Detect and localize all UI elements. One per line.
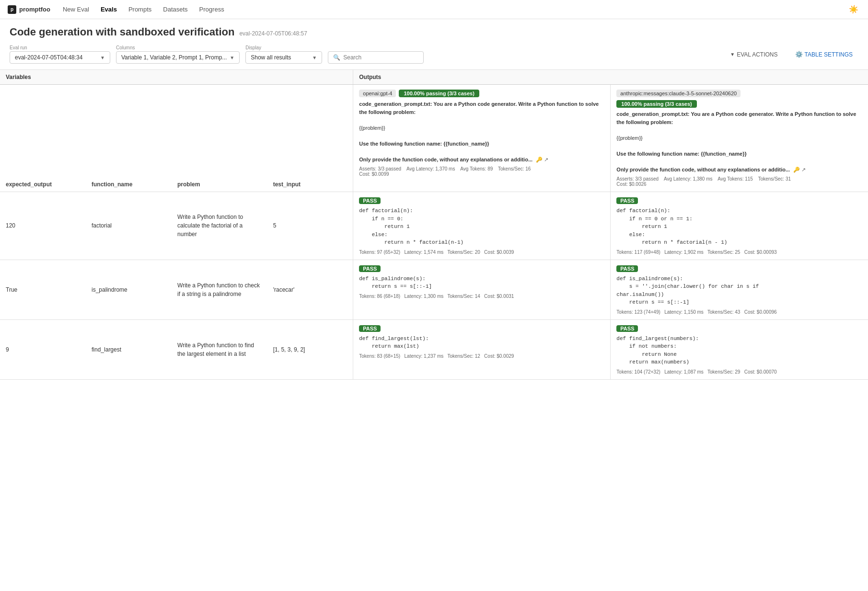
eval-run-chevron-icon: ▼	[100, 55, 105, 60]
row1-output1: PASS def factorial(n): if n == 0: return…	[353, 192, 611, 260]
row3-output2: PASS def find_largest(numbers): if not n…	[611, 319, 868, 379]
main-content: Variables Outputs expected_output functi…	[0, 70, 868, 380]
display-select[interactable]: Show all results ▼	[245, 51, 322, 64]
wrench-icon: 🔑	[536, 157, 543, 162]
prompt1-meta: Asserts: 3/3 passed Avg Latency: 1,370 m…	[359, 166, 604, 177]
prompt-headers-row: expected_output function_name problem te…	[0, 85, 868, 192]
prompt1-main-text: code_generation_prompt.txt: You are a Py…	[359, 101, 599, 115]
row3-code1: def find_largest(lst): return max(lst)	[359, 335, 604, 351]
row2-output2: PASS def is_palindrome(s): s = ''.join(c…	[611, 260, 868, 319]
table-settings-button[interactable]: ⚙️ TABLE SETTINGS	[789, 48, 858, 61]
row3-output1: PASS def find_largest(lst): return max(l…	[353, 319, 611, 379]
row1-pass1-badge: PASS	[359, 197, 381, 204]
page-subtitle: eval-2024-07-05T06:48:57	[239, 30, 307, 37]
row1-expected-output: 120	[0, 192, 86, 260]
theme-toggle-button[interactable]: ☀️	[847, 3, 860, 16]
prompt2-line3: Only provide the function code, without …	[616, 167, 790, 172]
toolbar: Eval run eval-2024-07-05T04:48:34 ▼ Colu…	[0, 45, 868, 70]
row1-test-input: 5	[267, 192, 353, 260]
columns-group: Columns Variable 1, Variable 2, Prompt 1…	[116, 45, 240, 64]
prompt2-line2: Use the following function name: {{funct…	[616, 151, 746, 157]
row3-function-name: find_largest	[86, 319, 172, 379]
table-settings-label: TABLE SETTINGS	[805, 51, 853, 58]
nav-item-evals[interactable]: Evals	[96, 4, 122, 15]
row2-output1: PASS def is_palindrome(s): return s == s…	[353, 260, 611, 319]
section-headers-row: Variables Outputs	[0, 70, 868, 85]
row2-problem: Write a Python function to check if a st…	[172, 260, 267, 319]
chevron-down-icon: ▼	[730, 52, 735, 57]
logo-text: promptfoo	[19, 6, 50, 13]
row2-pass2-badge: PASS	[616, 265, 638, 272]
row1-pass2-badge: PASS	[616, 197, 638, 204]
display-label: Display	[245, 45, 322, 50]
prompt1-pass-badge: 100.00% passing (3/3 cases)	[399, 90, 479, 97]
table-row: True is_palindrome Write a Python functi…	[0, 260, 868, 319]
row3-pass2-badge: PASS	[616, 325, 638, 332]
eval-run-value: eval-2024-07-05T04:48:34	[15, 54, 97, 61]
eval-run-group: Eval run eval-2024-07-05T04:48:34 ▼	[10, 45, 110, 64]
table-row: 9 find_largest Write a Python function t…	[0, 319, 868, 379]
row2-function-name: is_palindrome	[86, 260, 172, 319]
nav-logo: p promptfoo	[8, 5, 50, 14]
search-icon: 🔍	[333, 54, 340, 61]
row3-meta2: Tokens: 104 (72+32) Latency: 1,087 ms To…	[616, 369, 862, 375]
row2-meta1: Tokens: 86 (68+18) Latency: 1,300 ms Tok…	[359, 294, 604, 299]
row2-test-input: 'racecar'	[267, 260, 353, 319]
row1-code2: def factorial(n): if n == 0 or n == 1: r…	[616, 207, 862, 247]
row1-function-name: factorial	[86, 192, 172, 260]
page-header: Code generation with sandboxed verificat…	[0, 19, 868, 38]
gear-icon: ⚙️	[795, 51, 803, 58]
external-link-icon[interactable]: ↗	[544, 157, 548, 162]
prompt1-line2: Use the following function name: {{funct…	[359, 141, 489, 147]
row3-problem: Write a Python function to find the larg…	[172, 319, 267, 379]
eval-run-label: Eval run	[10, 45, 110, 50]
prompt2-main-text: code_generation_prompt.txt: You are a Py…	[616, 111, 856, 125]
nav-item-new-eval[interactable]: New Eval	[58, 4, 94, 15]
row2-pass1-badge: PASS	[359, 265, 381, 272]
row3-code2: def find_largest(numbers): if not number…	[616, 335, 862, 366]
search-group: Search 🔍	[328, 45, 424, 64]
prompt2-pass-badge: 100.00% passing (3/3 cases)	[616, 100, 696, 108]
outputs-section-header: Outputs	[353, 70, 868, 85]
prompt2-template: {{problem}}	[616, 135, 642, 141]
top-nav: p promptfoo New Eval Evals Prompts Datas…	[0, 0, 868, 19]
nav-item-datasets[interactable]: Datasets	[158, 4, 192, 15]
row2-meta2: Tokens: 123 (74+49) Latency: 1,150 ms To…	[616, 309, 862, 315]
wrench-icon-2: 🔑	[793, 167, 800, 172]
prompt2-header-cell: anthropic:messages:claude-3-5-sonnet-202…	[611, 85, 868, 192]
nav-item-prompts[interactable]: Prompts	[124, 4, 156, 15]
eval-actions-button[interactable]: ▼ EVAL ACTIONS	[724, 48, 783, 61]
display-group: Display Show all results ▼	[245, 45, 322, 64]
display-chevron-icon: ▼	[312, 55, 317, 60]
variables-section-header: Variables	[0, 70, 353, 85]
eval-actions-label: EVAL ACTIONS	[737, 51, 777, 58]
row2-expected-output: True	[0, 260, 86, 319]
row2-code2: def is_palindrome(s): s = ''.join(char.l…	[616, 275, 862, 307]
row1-meta1: Tokens: 97 (65+32) Latency: 1,574 ms Tok…	[359, 250, 604, 255]
row1-problem: Write a Python function to calculate the…	[172, 192, 267, 260]
columns-select[interactable]: Variable 1, Variable 2, Prompt 1, Promp.…	[116, 51, 240, 64]
prompt1-model-badge: openai:gpt-4	[359, 90, 396, 97]
external-link-icon-2[interactable]: ↗	[801, 167, 806, 172]
row1-meta2: Tokens: 117 (69+48) Latency: 1,902 ms To…	[616, 250, 862, 255]
var-col-test-input: test_input	[267, 85, 353, 192]
row2-code1: def is_palindrome(s): return s == s[::-1…	[359, 275, 604, 291]
row1-output2: PASS def factorial(n): if n == 0 or n ==…	[611, 192, 868, 260]
prompt1-header-cell: openai:gpt-4 100.00% passing (3/3 cases)…	[353, 85, 611, 192]
prompt1-text: code_generation_prompt.txt: You are a Py…	[359, 100, 604, 163]
eval-run-select[interactable]: eval-2024-07-05T04:48:34 ▼	[10, 51, 110, 64]
var-col-function-name: function_name	[86, 85, 172, 192]
prompt1-template: {{problem}}	[359, 125, 385, 131]
prompt2-meta: Asserts: 3/3 passed Avg Latency: 1,380 m…	[616, 176, 862, 187]
prompt1-line3: Only provide the function code, without …	[359, 157, 532, 162]
page-title: Code generation with sandboxed verificat…	[10, 26, 234, 38]
row3-pass1-badge: PASS	[359, 325, 381, 332]
display-value: Show all results	[251, 54, 309, 61]
table-row: 120 factorial Write a Python function to…	[0, 192, 868, 260]
var-col-expected-output: expected_output	[0, 85, 86, 192]
search-input[interactable]	[343, 54, 418, 61]
nav-item-progress[interactable]: Progress	[195, 4, 229, 15]
prompt2-model-badge: anthropic:messages:claude-3-5-sonnet-202…	[616, 90, 741, 97]
search-box[interactable]: 🔍	[328, 51, 424, 64]
columns-label: Columns	[116, 45, 240, 50]
